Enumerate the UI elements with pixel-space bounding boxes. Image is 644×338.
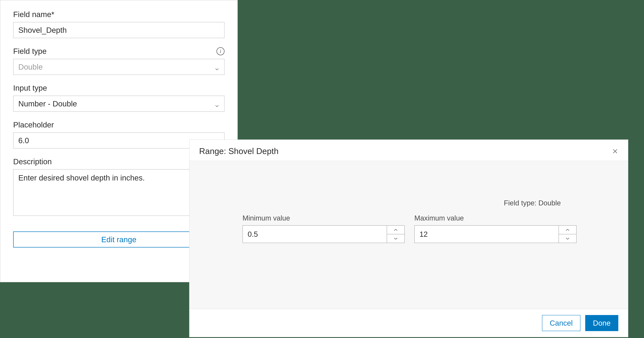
input-type-label: Input type xyxy=(13,84,224,92)
maximum-value-label: Maximum value xyxy=(414,214,576,222)
minimum-value-input-wrap xyxy=(242,225,405,243)
maximum-stepper xyxy=(558,226,576,243)
minimum-step-down-button[interactable] xyxy=(387,234,404,243)
field-name-group: Field name* xyxy=(13,10,224,38)
info-icon[interactable]: i xyxy=(216,47,224,55)
maximum-value-input[interactable] xyxy=(415,226,558,243)
field-type-select[interactable]: Double xyxy=(13,59,224,75)
chevron-down-icon xyxy=(214,101,220,106)
maximum-step-up-button[interactable] xyxy=(559,226,576,234)
close-icon[interactable] xyxy=(612,148,618,154)
field-type-value: Double xyxy=(18,63,43,71)
dialog-footer: Cancel Done xyxy=(190,309,628,337)
cancel-button[interactable]: Cancel xyxy=(542,315,580,331)
minimum-stepper xyxy=(387,226,404,243)
dialog-header: Range: Shovel Depth xyxy=(190,140,628,161)
input-type-select[interactable]: Number - Double xyxy=(13,96,224,112)
done-button[interactable]: Done xyxy=(585,315,618,331)
field-name-label: Field name* xyxy=(13,10,224,19)
field-type-group: Field type i Double xyxy=(13,47,224,75)
field-name-input[interactable] xyxy=(13,22,224,38)
dialog-body: Field type: Double Minimum value xyxy=(190,161,628,309)
field-type-label: Field type xyxy=(13,47,46,56)
input-type-group: Input type Number - Double xyxy=(13,84,224,112)
minimum-value-label: Minimum value xyxy=(242,214,405,222)
chevron-down-icon xyxy=(214,65,220,69)
placeholder-label: Placeholder xyxy=(13,120,224,129)
dialog-field-type-text: Field type: Double xyxy=(504,199,561,207)
dialog-title: Range: Shovel Depth xyxy=(199,146,278,156)
maximum-value-group: Maximum value xyxy=(414,214,576,243)
minimum-value-group: Minimum value xyxy=(242,214,405,243)
range-dialog: Range: Shovel Depth Field type: Double M… xyxy=(189,140,628,337)
input-type-value: Number - Double xyxy=(18,99,77,108)
maximum-value-input-wrap xyxy=(414,225,576,243)
maximum-step-down-button[interactable] xyxy=(559,234,576,243)
minimum-value-input[interactable] xyxy=(243,226,387,243)
minimum-step-up-button[interactable] xyxy=(387,226,404,234)
range-inputs-row: Minimum value Maximum value xyxy=(242,214,576,243)
